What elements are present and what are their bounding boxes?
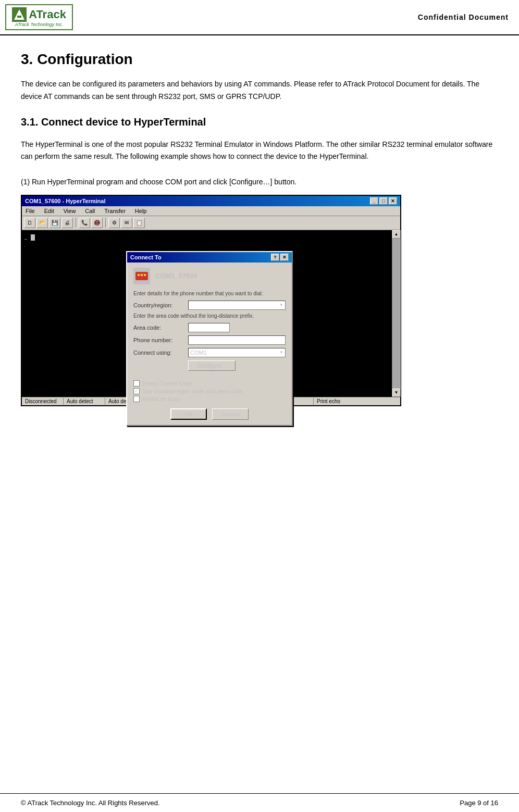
toolbar-capture[interactable]: 📋 — [133, 218, 145, 228]
svg-rect-4 — [138, 274, 140, 276]
connect-using-dropdown-arrow: ▼ — [279, 350, 283, 355]
ok-button[interactable]: OK — [170, 408, 207, 420]
toolbar-new[interactable]: 🗋 — [24, 218, 35, 228]
hyperterminal-window: COM1_57600 - HyperTerminal _ □ ✕ File Ed… — [21, 195, 401, 406]
step1-text: (1) Run HyperTerminal program and choose… — [21, 176, 498, 189]
country-field: Country/region: ▼ — [133, 301, 286, 310]
phone-input[interactable] — [188, 335, 286, 345]
svg-rect-5 — [141, 274, 143, 276]
connect-using-select[interactable]: COM1 ▼ — [188, 348, 286, 357]
main-content: 3. Configuration The device can be confi… — [0, 35, 519, 427]
menubar: File Edit View Call Transfer Help — [22, 206, 400, 216]
country-select[interactable]: ▼ — [188, 301, 286, 310]
menu-view[interactable]: View — [62, 207, 78, 215]
dialog-title: Connect To — [130, 254, 162, 260]
dialog-close-button[interactable]: ✕ — [280, 254, 289, 261]
connect-using-field: Connect using: COM1 ▼ — [133, 348, 286, 357]
logo-box: ATrack ATrack Technology Inc. — [5, 4, 73, 30]
svg-rect-2 — [17, 16, 21, 18]
footer-copyright: © ATrack Technology Inc. All Rights Rese… — [21, 799, 160, 807]
toolbar-properties[interactable]: ⚙ — [108, 218, 120, 228]
minimize-button[interactable]: _ — [370, 197, 378, 205]
connection-icon-svg — [134, 269, 149, 283]
toolbar: 🗋 📂 💾 🖨 📞 📵 ⚙ ✉ 📋 — [22, 216, 400, 230]
country-dropdown-arrow: ▼ — [279, 303, 283, 307]
checkbox1-row: Detect Carrier Loss — [133, 380, 286, 386]
checkbox2[interactable]: ✓ — [133, 388, 140, 394]
status-print: Print echo — [314, 398, 355, 405]
toolbar-save[interactable]: 💾 — [49, 218, 60, 228]
area-input[interactable] — [188, 323, 230, 332]
titlebar-buttons: _ □ ✕ — [370, 197, 397, 205]
menu-file[interactable]: File — [24, 207, 36, 215]
terminal-dash: – — [24, 236, 28, 242]
dialog-desc1: Enter details for the phone number that … — [133, 291, 286, 296]
dialog-header-row: COM1_57600 — [133, 268, 286, 284]
checkbox1[interactable] — [133, 380, 140, 386]
checkbox3[interactable] — [133, 396, 140, 402]
menu-help[interactable]: Help — [133, 207, 149, 215]
hyperterminal-titlebar: COM1_57600 - HyperTerminal _ □ ✕ — [22, 196, 400, 206]
connect-using-value: COM1 — [190, 349, 207, 356]
toolbar-connect[interactable]: 📞 — [79, 218, 90, 228]
confidential-label: Confidential Document — [418, 13, 509, 21]
dialog-window: Connect To ? ✕ — [126, 251, 293, 426]
scroll-down-button[interactable]: ▼ — [392, 389, 401, 397]
section31-title: 3.1. Connect device to HyperTerminal — [21, 116, 498, 128]
scrollbar-track — [392, 239, 401, 389]
page-footer: © ATrack Technology Inc. All Rights Rese… — [0, 793, 519, 812]
checkbox2-label: Use country/region code and area code — [142, 388, 243, 394]
configure-button[interactable]: Configure... — [188, 360, 236, 371]
section3-body: The device can be configured its paramet… — [21, 78, 498, 103]
footer-page: Page 9 of 16 — [460, 799, 498, 807]
dialog-buttons: OK Cancel — [133, 408, 286, 420]
terminal-area: – Connect To ? ✕ — [22, 230, 392, 397]
toolbar-sep2 — [105, 218, 106, 228]
scroll-up-button[interactable]: ▲ — [392, 230, 401, 239]
hyperterminal-title: COM1_57600 - HyperTerminal — [25, 198, 105, 204]
connect-using-label: Connect using: — [133, 349, 188, 356]
dialog-body: COM1_57600 Enter details for the phone n… — [127, 263, 292, 425]
dialog-desc2: Enter the area code without the long-dis… — [133, 313, 286, 319]
checkbox1-label: Detect Carrier Loss — [142, 380, 192, 386]
logo-sub-text: ATrack Technology Inc. — [15, 22, 63, 27]
section3-title: 3. Configuration — [21, 51, 498, 68]
svg-rect-6 — [144, 274, 146, 276]
toolbar-send[interactable]: ✉ — [121, 218, 132, 228]
menu-edit[interactable]: Edit — [43, 207, 56, 215]
restore-button[interactable]: □ — [379, 197, 388, 205]
terminal-cursor — [31, 234, 35, 241]
logo-top: ATrack — [12, 7, 66, 22]
phone-field: Phone number: — [133, 335, 286, 345]
menu-transfer[interactable]: Transfer — [103, 207, 127, 215]
status-connected: Disconnected — [22, 398, 64, 405]
toolbar-disconnect[interactable]: 📵 — [91, 218, 103, 228]
country-label: Country/region: — [133, 302, 188, 308]
checkbox2-row: ✓ Use country/region code and area code — [133, 388, 286, 394]
logo-brand-text: ATrack — [29, 8, 66, 21]
toolbar-print[interactable]: 🖨 — [61, 218, 73, 228]
area-label: Area code: — [133, 324, 188, 331]
dialog-titlebar: Connect To ? ✕ — [127, 252, 292, 263]
atrack-logo-icon — [12, 7, 27, 22]
menu-call[interactable]: Call — [83, 207, 96, 215]
area-field: Area code: — [133, 323, 286, 332]
toolbar-open[interactable]: 📂 — [36, 218, 48, 228]
toolbar-sep1 — [76, 218, 76, 228]
page-header: ATrack ATrack Technology Inc. Confidenti… — [0, 0, 519, 35]
logo-area: ATrack ATrack Technology Inc. — [5, 4, 73, 30]
phone-label: Phone number: — [133, 337, 188, 343]
dialog-titlebar-btns: ? ✕ — [271, 254, 289, 261]
hyperterminal-body: – Connect To ? ✕ — [22, 230, 400, 397]
checkbox3-row: Redial on busy — [133, 396, 286, 402]
dialog-connection-name: COM1_57600 — [155, 272, 197, 280]
scrollbar: ▲ ▼ — [392, 230, 400, 397]
status-auto1: Auto detect — [64, 398, 105, 405]
checkbox3-label: Redial on busy — [142, 396, 180, 402]
dialog-help-button[interactable]: ? — [271, 254, 279, 261]
close-button[interactable]: ✕ — [389, 197, 397, 205]
dialog-connection-icon — [133, 268, 150, 284]
cancel-button[interactable]: Cancel — [212, 408, 249, 420]
connect-to-dialog: Connect To ? ✕ — [126, 251, 293, 426]
section31-body: The HyperTerminal is one of the most pop… — [21, 139, 498, 164]
